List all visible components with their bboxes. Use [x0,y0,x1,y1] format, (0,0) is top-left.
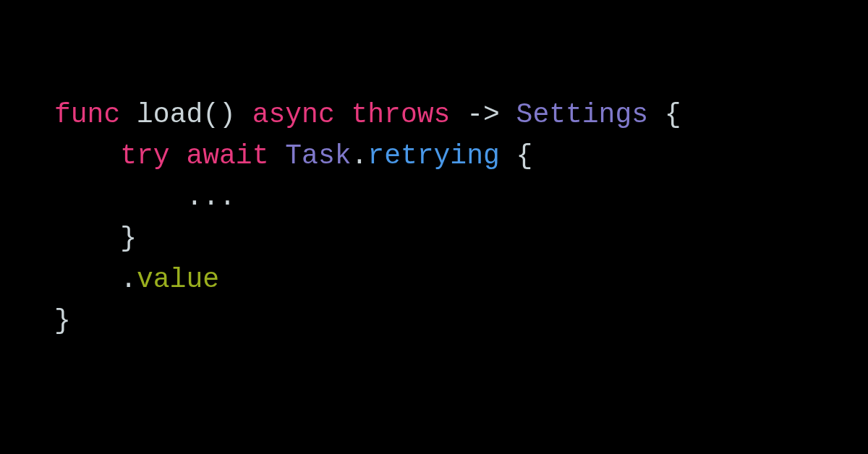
indent [54,181,186,213]
keyword-await: await [186,140,268,171]
code-line-3: ... [54,181,236,213]
code-snippet: func load() async throws -> Settings { t… [54,94,814,341]
type-task: Task [285,140,351,171]
keyword-func: func [54,99,120,130]
brace-close: } [54,305,71,336]
dot-operator: . [352,140,368,171]
brace-open: { [516,140,533,171]
code-line-4: } [54,223,137,254]
code-line-6: } [54,305,71,336]
function-name: load [137,99,203,130]
keyword-async: async [252,99,335,130]
method-retrying: retrying [367,140,499,171]
keyword-throws: throws [352,99,451,130]
code-line-2: try await Task.retrying { [54,140,532,171]
return-arrow: -> [467,99,500,130]
indent [54,264,120,295]
parentheses: () [203,99,236,130]
brace-open: { [665,99,681,130]
keyword-try: try [120,140,169,171]
code-line-5: .value [54,264,219,295]
property-value: value [137,264,219,295]
indent [54,140,120,171]
code-line-1: func load() async throws -> Settings { [54,99,681,130]
return-type: Settings [516,99,648,130]
dot-operator: . [120,264,137,295]
ellipsis: ... [186,181,235,213]
indent [54,223,120,254]
brace-close: } [120,223,137,254]
